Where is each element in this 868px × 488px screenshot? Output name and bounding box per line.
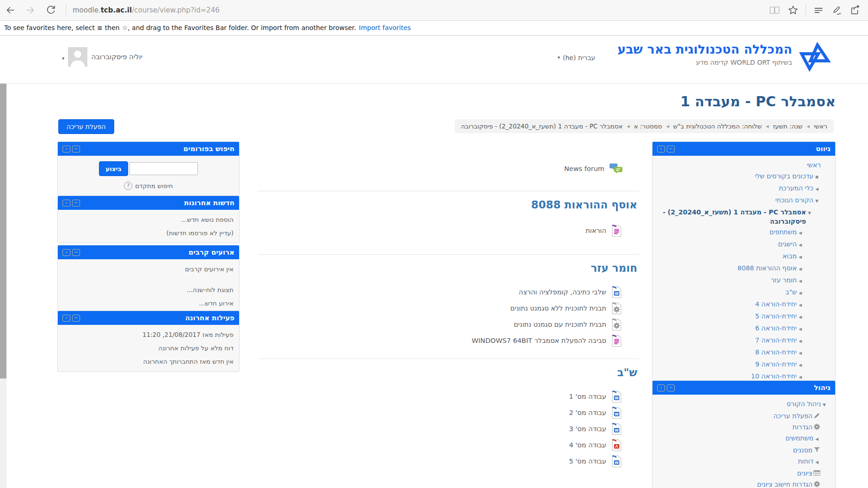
nav-item-unit-5: יחידת-הוראה 5 [653, 311, 835, 323]
collapse-block-icon[interactable] [667, 146, 675, 152]
nav-item-unit-8: יחידת-הוראה 8 [653, 347, 835, 359]
share-icon[interactable] [850, 4, 862, 16]
reading-view-icon[interactable] [769, 4, 781, 16]
dock-block-icon[interactable] [62, 200, 70, 207]
dock-block-icon[interactable] [657, 384, 665, 391]
collapse-block-icon[interactable] [72, 146, 80, 152]
news-forum-link[interactable]: News forum [564, 165, 604, 172]
search-go-button[interactable]: ביצוע [99, 161, 128, 176]
collapsed-arrow-icon[interactable] [797, 359, 804, 371]
hub-icon[interactable] [813, 4, 825, 16]
activity-link[interactable]: שלבי כתיבה, קומפלציה והרצה [519, 288, 606, 296]
collapsed-arrow-icon[interactable] [797, 238, 804, 250]
collapsed-arrow-icon[interactable] [797, 299, 804, 311]
activity-link[interactable]: תבנית לתוכנית עם סגמנט נתונים [514, 321, 606, 328]
dock-block-icon[interactable] [62, 249, 70, 256]
collapsed-arrow-icon[interactable] [797, 274, 804, 287]
activity-row[interactable]: תבנית לתוכנית עם סגמנט נתונים [258, 317, 639, 331]
breadcrumb: ראשי ◀ שנה: תשעז ◀ שלוחה: המכללה הטכנולו… [455, 119, 834, 133]
scrollbar-thumb[interactable] [0, 43, 6, 378]
activity-row[interactable]: סביבה להפעלת אסמבלר WINDOWS7 64BIT [258, 334, 639, 348]
user-menu[interactable]: יוליה פיסקוברובה [62, 47, 142, 67]
favorites-bar: To see favorites here, select≡then☆, and… [0, 21, 868, 36]
collapsed-arrow-icon[interactable] [797, 287, 804, 299]
activity-row[interactable]: עבודה מס' 3 [258, 422, 639, 436]
activity-row[interactable]: עבודה מס' 1 [258, 390, 639, 403]
section-divider [258, 359, 639, 359]
collapsed-arrow-icon[interactable] [797, 250, 804, 262]
url-path: /course/view.php?id=246 [132, 6, 220, 14]
block-title: ארועים קרבים [189, 248, 234, 256]
favorites-star-icon[interactable] [787, 4, 799, 16]
breadcrumb-separator-icon: ◀ [766, 124, 769, 128]
collapsed-arrow-icon[interactable] [797, 323, 804, 335]
activity-link[interactable]: תבנית לתוכנית ללא סגמנט נתונים [511, 305, 606, 312]
section-divider [258, 191, 639, 191]
word-file-icon [610, 390, 623, 403]
activity-link[interactable]: עבודה מס' 3 [569, 425, 607, 433]
activity-row[interactable]: עבודה מס' 2 [258, 406, 639, 420]
breadcrumb-year[interactable]: שנה: תשעז [773, 122, 802, 130]
full-report-link[interactable]: דוח מלא על פעילות אחרונה [158, 344, 234, 352]
collapsed-arrow-icon[interactable] [797, 311, 804, 323]
activity-link[interactable]: עבודה מס' 2 [569, 409, 607, 416]
expanded-arrow-icon[interactable] [821, 398, 828, 410]
breadcrumb-home[interactable]: ראשי [814, 122, 827, 130]
vertical-scrollbar[interactable]: ▲ [0, 36, 6, 488]
collapse-block-icon[interactable] [667, 384, 675, 391]
collapse-block-icon[interactable] [72, 315, 80, 322]
dock-block-icon[interactable] [62, 315, 70, 322]
add-new-topic-link[interactable]: הוספת נושא חדש... [181, 216, 234, 223]
page-title: אסמבלר PC - מעבדה 1 [680, 93, 836, 110]
activity-row[interactable]: תבנית לתוכנית ללא סגמנט נתונים [258, 301, 639, 315]
collapsed-arrow-icon[interactable] [797, 335, 804, 347]
collapsed-arrow-icon[interactable] [813, 433, 820, 445]
new-event-link[interactable]: אירוע חדש... [199, 299, 234, 307]
collapse-block-icon[interactable] [72, 200, 80, 207]
nav-item-unit-4: יחידת-הוראה 4 [653, 299, 835, 311]
dock-block-icon[interactable] [657, 146, 665, 152]
activity-link[interactable]: עבודה מס' 4 [569, 441, 607, 449]
activity-row[interactable]: שלבי כתיבה, קומפלציה והרצה [258, 285, 639, 299]
collapsed-arrow-icon[interactable] [797, 347, 804, 359]
dock-block-icon[interactable] [62, 146, 70, 152]
expanded-arrow-icon[interactable] [806, 207, 813, 219]
collapsed-arrow-icon[interactable] [813, 183, 820, 195]
collapse-block-icon[interactable] [72, 249, 80, 256]
collapsed-arrow-icon[interactable] [813, 456, 820, 468]
go-to-calendar-link[interactable]: תצוגת לוח-שנה... [187, 286, 234, 293]
import-favorites-link[interactable]: Import favorites [359, 24, 411, 31]
star-glyph-icon: ☆ [122, 24, 128, 31]
forward-icon[interactable] [25, 4, 37, 16]
breadcrumb-current-course: אסמבלר PC - מעבדה 1 (תשעז_א_20240_2) - פ… [461, 122, 623, 130]
collapsed-arrow-icon[interactable] [797, 226, 804, 238]
activity-row[interactable]: עבודה מס' 5 [258, 454, 639, 468]
block-header: פעילות אחרונה [58, 311, 239, 325]
breadcrumb-branch[interactable]: שלוחה: המכללה הטכנולוגית ב"ש [673, 122, 762, 130]
news-forum-row[interactable]: News forum [258, 161, 639, 177]
help-icon[interactable] [124, 182, 132, 190]
breadcrumb-semester[interactable]: סמסטר: א [634, 122, 662, 130]
advanced-search-link[interactable]: חיפוש מתקדם [135, 182, 173, 189]
back-icon[interactable] [4, 4, 16, 16]
activity-row[interactable]: הוראות [258, 224, 639, 238]
expanded-arrow-icon[interactable] [813, 195, 820, 207]
grades-table-icon [813, 470, 820, 476]
search-forums-input[interactable] [129, 162, 198, 175]
user-name: יוליה פיסקוברובה [91, 53, 142, 61]
turn-editing-on-button[interactable]: הפעלת עריכה [58, 119, 114, 134]
address-bar[interactable]: moodle.tcb.ac.il/course/view.php?id=246 [73, 6, 220, 14]
breadcrumb-separator-icon: ◀ [666, 124, 669, 128]
site-title[interactable]: המכללה הטכנולוגית באר שבע [617, 42, 792, 57]
language-selector[interactable]: עברית (he) [558, 54, 595, 61]
refresh-icon[interactable] [45, 4, 57, 16]
activity-link[interactable]: סביבה להפעלת אסמבלר WINDOWS7 64BIT [472, 337, 606, 344]
activity-link[interactable]: הוראות [585, 227, 606, 234]
collapsed-arrow-icon[interactable] [797, 262, 804, 274]
activity-link[interactable]: עבודה מס' 1 [569, 393, 607, 400]
favorites-message: , and drag to the Favorites Bar folder. … [128, 24, 356, 31]
web-note-pen-icon[interactable] [831, 4, 843, 16]
activity-link[interactable]: עבודה מס' 5 [569, 458, 607, 465]
block-title: ניווט [816, 145, 831, 153]
activity-row[interactable]: עבודה מס' 4 [258, 438, 639, 452]
